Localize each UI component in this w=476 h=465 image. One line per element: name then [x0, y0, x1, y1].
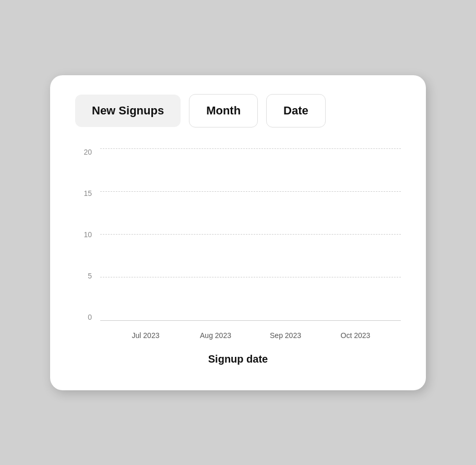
- main-card: New Signups Month Date 20 15 10 5 0 Jul …: [50, 75, 426, 390]
- chart-x-title: Signup date: [75, 353, 401, 365]
- x-labels: Jul 2023Aug 2023Sep 2023Oct 2023: [100, 324, 401, 347]
- toolbar: New Signups Month Date: [75, 94, 401, 127]
- date-button[interactable]: Date: [266, 94, 326, 127]
- chart-title-label: New Signups: [75, 95, 181, 127]
- x-label-0: Jul 2023: [111, 331, 181, 340]
- month-button[interactable]: Month: [189, 94, 258, 127]
- x-label-1: Aug 2023: [181, 331, 251, 340]
- x-label-2: Sep 2023: [251, 331, 320, 340]
- bars-container: [75, 148, 401, 347]
- x-label-3: Oct 2023: [320, 331, 390, 340]
- chart-area: 20 15 10 5 0 Jul 2023Aug 2023Sep 2023Oct…: [75, 148, 401, 347]
